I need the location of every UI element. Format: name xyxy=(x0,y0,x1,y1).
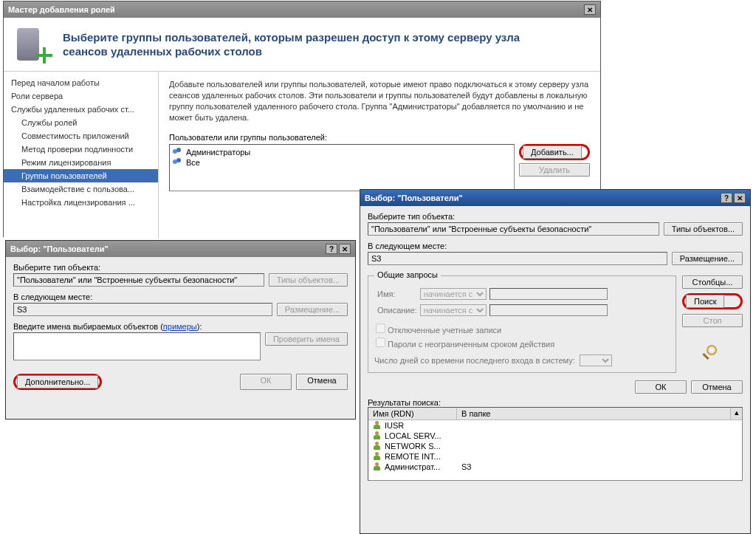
col-folder-header[interactable]: В папке xyxy=(457,408,730,420)
help-icon[interactable]: ? xyxy=(326,244,337,254)
dlg2-no-expire-check[interactable]: Пароли с неограниченным сроком действия xyxy=(376,338,668,349)
magnifier-icon xyxy=(702,345,723,363)
dlg2-stop-button[interactable]: Стоп xyxy=(682,314,743,327)
wizard-icon xyxy=(14,25,52,64)
help-icon[interactable]: ? xyxy=(721,193,732,203)
remove-button[interactable]: Удалить xyxy=(519,163,590,177)
dlg1-obj-types-button[interactable]: Типы объектов... xyxy=(269,273,348,287)
dlg1-obj-type-label: Выберите тип объекта: xyxy=(13,263,348,272)
dlg2-name-label: Имя: xyxy=(377,288,417,300)
dlg1-names-label: Введите имена выбираемых объектов (приме… xyxy=(13,322,348,331)
dlg1-obj-type: "Пользователи" или "Встроенные субъекты … xyxy=(13,273,264,287)
user-icon xyxy=(373,421,382,430)
dlg2-desc-combo[interactable]: начинается с xyxy=(420,304,487,316)
dlg2-columns-button[interactable]: Столбцы... xyxy=(682,275,743,289)
dlg1-cancel-button[interactable]: Отмена xyxy=(296,374,348,390)
user-icon xyxy=(373,431,382,440)
nav-item[interactable]: Режим лицензирования xyxy=(4,156,158,169)
wizard-heading: Выберите группы пользователей, которым р… xyxy=(63,30,565,59)
col-name-header[interactable]: Имя (RDN) xyxy=(368,408,457,420)
nav-item[interactable]: Совместимость приложений xyxy=(4,129,158,143)
list-item[interactable]: Администраторы xyxy=(173,147,511,157)
dlg2-ok-button[interactable]: ОК xyxy=(635,380,687,394)
result-row[interactable]: NETWORK S... xyxy=(368,441,742,451)
dlg1-location-label: В следующем месте: xyxy=(13,292,348,301)
list-item[interactable]: Все xyxy=(173,157,511,168)
dlg1-advanced-button[interactable]: Дополнительно... xyxy=(17,375,98,388)
dlg2-titlebar: Выбор: "Пользователи" ? ✕ xyxy=(360,190,750,206)
users-icon xyxy=(173,148,183,157)
result-row[interactable]: Администрат...S3 xyxy=(368,462,742,472)
dlg2-days-combo[interactable] xyxy=(580,355,612,366)
user-icon xyxy=(373,442,382,451)
dlg2-desc-input[interactable] xyxy=(489,304,608,316)
group-list[interactable]: АдминистраторыВсе xyxy=(169,144,515,191)
dlg2-location: S3 xyxy=(368,252,667,265)
result-row[interactable]: LOCAL SERV... xyxy=(368,431,742,441)
wizard-title: Мастер добавления ролей xyxy=(8,5,115,14)
dlg2-results-label: Результаты поиска: xyxy=(368,398,743,407)
dlg2-obj-types-button[interactable]: Типы объектов... xyxy=(664,222,743,236)
wizard-header: Выберите группы пользователей, которым р… xyxy=(4,18,600,72)
examples-link[interactable]: примеры xyxy=(163,322,197,331)
dlg1-location-button[interactable]: Размещение... xyxy=(277,303,348,316)
dlg1-titlebar: Выбор: "Пользователи" ? ✕ xyxy=(6,241,355,257)
nav-item[interactable]: Метод проверки подлинности xyxy=(4,143,158,156)
nav-item[interactable]: Взаимодействие с пользова... xyxy=(4,182,158,196)
nav-item[interactable]: Службы ролей xyxy=(4,116,158,129)
dlg2-location-button[interactable]: Размещение... xyxy=(672,252,743,265)
user-icon xyxy=(373,462,382,471)
dlg2-disabled-accounts-check[interactable]: Отключенные учетные записи xyxy=(376,324,668,335)
dlg2-obj-type: "Пользователи" или "Встроенные субъекты … xyxy=(368,222,659,236)
nav-item[interactable]: Службы удаленных рабочих ст... xyxy=(4,103,158,116)
dlg2-desc-label: Описание: xyxy=(377,304,417,316)
dlg1-check-names-button[interactable]: Проверить имена xyxy=(265,332,348,346)
wizard-paragraph: Добавьте пользователей или группы пользо… xyxy=(169,79,590,123)
dlg2-results-list[interactable]: Имя (RDN) В папке ▴ IUSRLOCAL SERV...NET… xyxy=(368,407,743,481)
nav-item[interactable]: Перед началом работы xyxy=(4,76,158,89)
select-users-dialog-1: Выбор: "Пользователи" ? ✕ Выберите тип о… xyxy=(5,240,356,420)
dlg2-search-button[interactable]: Поиск xyxy=(686,295,724,308)
dlg2-name-input[interactable] xyxy=(489,288,608,300)
close-icon[interactable]: ✕ xyxy=(584,4,596,15)
dlg2-title: Выбор: "Пользователи" xyxy=(365,194,463,202)
dlg1-location: S3 xyxy=(13,303,272,316)
close-icon[interactable]: ✕ xyxy=(734,193,746,203)
dlg1-title: Выбор: "Пользователи" xyxy=(10,244,109,253)
dlg2-name-combo[interactable]: начинается с xyxy=(420,288,487,300)
nav-item[interactable]: Роли сервера xyxy=(4,89,158,103)
dlg2-location-label: В следующем месте: xyxy=(368,242,743,250)
dlg2-obj-type-label: Выберите тип объекта: xyxy=(368,212,743,221)
dlg2-days-label: Число дней со времени последнего входа в… xyxy=(374,356,575,365)
wizard-nav: Перед началом работыРоли сервераСлужбы у… xyxy=(4,72,159,239)
select-users-dialog-2: Выбор: "Пользователи" ? ✕ Выберите тип о… xyxy=(360,189,751,534)
nav-item[interactable]: Настройка лицензирования ... xyxy=(4,196,158,209)
dlg2-cancel-button[interactable]: Отмена xyxy=(691,380,743,394)
add-button[interactable]: Добавить... xyxy=(523,146,582,159)
common-queries-title: Общие запросы xyxy=(374,270,441,279)
list-label: Пользователи или группы пользователей: xyxy=(169,133,590,142)
close-icon[interactable]: ✕ xyxy=(339,244,351,254)
dlg1-ok-button[interactable]: ОК xyxy=(240,374,292,390)
user-icon xyxy=(373,452,382,461)
dlg1-names-input[interactable] xyxy=(13,332,261,360)
wizard-titlebar: Мастер добавления ролей ✕ xyxy=(4,1,600,18)
result-row[interactable]: REMOTE INT... xyxy=(368,451,742,462)
result-row[interactable]: IUSR xyxy=(368,420,742,431)
common-queries-group: Общие запросы Имя: начинается с Описание… xyxy=(368,275,676,373)
scroll-up-icon[interactable]: ▴ xyxy=(730,408,742,420)
users-icon xyxy=(173,158,183,167)
nav-item[interactable]: Группы пользователей xyxy=(4,169,158,182)
